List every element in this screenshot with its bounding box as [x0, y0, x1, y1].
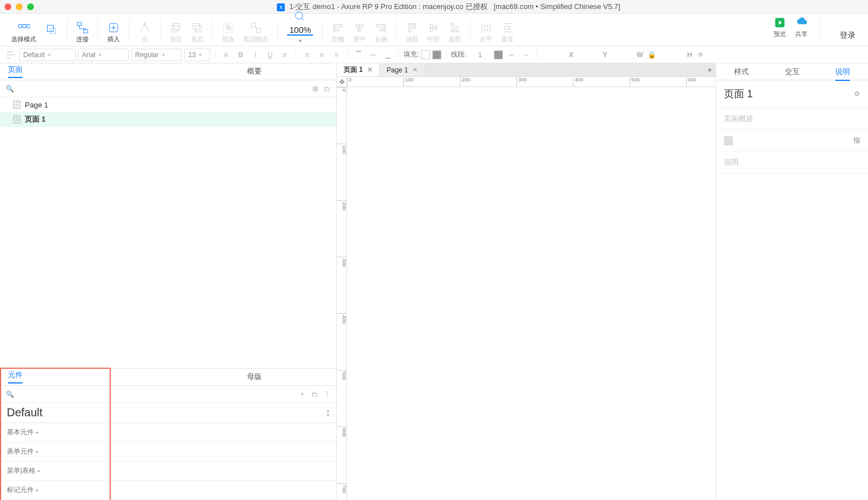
- ruler-tick: 200: [460, 77, 470, 87]
- library-folder-icon[interactable]: 🗀: [311, 390, 318, 398]
- document-tab[interactable]: Page 1✕: [380, 63, 425, 76]
- tab-notes[interactable]: 说明: [817, 63, 868, 80]
- group-button: 组合: [222, 21, 235, 46]
- svg-rect-4: [50, 28, 55, 33]
- align-middle-button: 中部: [427, 21, 440, 46]
- svg-rect-30: [456, 27, 458, 31]
- tab-masters[interactable]: 母版: [172, 369, 337, 385]
- page-overview-input[interactable]: 页面概述: [716, 108, 868, 130]
- ruler-vertical[interactable]: 0100200300400500600700: [337, 87, 347, 500]
- fill-image-swatch[interactable]: [432, 50, 441, 59]
- bullets-icon[interactable]: ≡: [279, 49, 291, 61]
- svg-rect-12: [195, 25, 201, 32]
- tab-interactions[interactable]: 交互: [767, 63, 818, 80]
- expand-icon: ▸: [36, 488, 38, 493]
- svg-rect-15: [228, 27, 231, 31]
- maximize-window-button[interactable]: [27, 3, 34, 10]
- library-menu-icon[interactable]: ⋮: [324, 390, 331, 398]
- size-select[interactable]: 13▾: [184, 49, 210, 61]
- inspector-panel: 样式 交互 说明 页面 1 ⚙ 页面概述 指 说明: [715, 63, 868, 500]
- expand-icon: ▸: [36, 430, 38, 435]
- visibility-icon[interactable]: 👁: [695, 49, 707, 61]
- svg-rect-0: [19, 25, 22, 28]
- search-icon[interactable]: 🔍: [6, 85, 14, 93]
- bring-front-button: 顶层: [170, 21, 182, 46]
- notes-input[interactable]: 说明: [716, 152, 868, 174]
- halign-left-icon[interactable]: ≡: [301, 49, 313, 61]
- page-item[interactable]: 页面 1: [0, 112, 336, 127]
- ruler-tick: 0: [337, 87, 347, 92]
- align-bottom-button: 底部: [449, 21, 461, 46]
- close-window-button[interactable]: [5, 3, 11, 10]
- fill-label: 填充:: [403, 50, 419, 59]
- align-center-button: 居中: [353, 21, 366, 46]
- widgets-panel: 元件 母版 🔍 ＋ 🗀 ⋮ Default ▴▾ 基本元件▸表单元件▸菜单|表格…: [0, 368, 336, 500]
- add-library-icon[interactable]: ＋: [299, 389, 306, 399]
- valign-bottom-icon[interactable]: ▁: [381, 49, 394, 61]
- halign-center-icon[interactable]: ≡: [315, 49, 328, 61]
- ruler-origin[interactable]: ✥: [337, 77, 347, 87]
- ruler-tick: 500: [630, 77, 640, 87]
- connect-button[interactable]: 连接: [76, 21, 89, 46]
- widget-category[interactable]: 标记元件▸: [0, 481, 336, 500]
- valign-middle-icon[interactable]: ―: [367, 49, 379, 61]
- close-tab-icon[interactable]: ✕: [413, 66, 418, 74]
- canvas[interactable]: [347, 87, 715, 500]
- intersect-mode-button[interactable]: .: [45, 23, 58, 46]
- tab-style[interactable]: 样式: [716, 63, 767, 80]
- add-folder-icon[interactable]: 🗀: [324, 85, 331, 93]
- minimize-window-button[interactable]: [16, 3, 23, 10]
- gear-icon[interactable]: ⚙: [854, 90, 860, 98]
- close-tab-icon[interactable]: ✕: [367, 66, 372, 74]
- weight-select[interactable]: Regular▾: [131, 49, 182, 61]
- style-manager-icon[interactable]: [5, 49, 17, 61]
- svg-rect-5: [77, 23, 81, 26]
- ruler-tick: 100: [337, 144, 347, 154]
- arrow-style-icon[interactable]: ↔: [520, 49, 532, 61]
- italic-icon[interactable]: I: [249, 49, 262, 61]
- svg-rect-6: [84, 30, 88, 33]
- share-button[interactable]: 共享: [795, 16, 808, 41]
- library-select[interactable]: Default ▴▾: [0, 403, 336, 423]
- tab-widgets[interactable]: 元件: [0, 369, 172, 385]
- widget-category[interactable]: 基本元件▸: [0, 423, 336, 442]
- style-select[interactable]: Default▾: [19, 49, 76, 61]
- ruler-horizontal[interactable]: 0100200300400500600700800900100011001200: [347, 77, 715, 87]
- assign-label[interactable]: 指: [853, 136, 860, 145]
- page-icon: [14, 101, 20, 109]
- search-widgets-icon[interactable]: 🔍: [6, 390, 14, 398]
- widget-category[interactable]: 表单元件▸: [0, 442, 336, 462]
- tabs-dropdown-icon[interactable]: ▾: [704, 63, 715, 76]
- assign-color-swatch[interactable]: [724, 136, 733, 145]
- lock-aspect-icon[interactable]: 🔒: [645, 49, 658, 61]
- expand-icon: ▸: [36, 449, 38, 454]
- widget-category[interactable]: 菜单|表格▸: [0, 462, 336, 481]
- fill-color-swatch[interactable]: [421, 50, 430, 59]
- bold-icon[interactable]: B: [235, 49, 247, 61]
- tab-outline[interactable]: 概要: [172, 63, 337, 80]
- login-button[interactable]: 登录: [833, 31, 862, 41]
- font-select[interactable]: Arial▾: [78, 49, 129, 61]
- zoom-control[interactable]: 100%▾: [287, 10, 313, 46]
- page-item[interactable]: Page 1: [0, 97, 336, 112]
- text-color-icon[interactable]: A: [220, 49, 232, 61]
- underline-icon[interactable]: U: [264, 49, 276, 61]
- stroke-style-icon[interactable]: ═: [505, 49, 518, 61]
- valign-top-icon[interactable]: ▔: [352, 49, 364, 61]
- send-back-button: 底层: [191, 21, 203, 46]
- format-bar: Default▾ Arial▾ Regular▾ 13▾ A B I U ≡ ≡…: [0, 46, 868, 63]
- svg-rect-16: [251, 23, 255, 27]
- inspector-tabs: 样式 交互 说明: [716, 63, 868, 80]
- tab-pages[interactable]: 页面: [0, 63, 172, 80]
- select-mode-button[interactable]: 选择模式: [11, 21, 36, 46]
- add-page-icon[interactable]: ⊞: [313, 85, 318, 93]
- stroke-color-swatch[interactable]: [494, 50, 503, 59]
- stroke-width-input[interactable]: 1: [469, 51, 492, 59]
- insert-button[interactable]: 插入: [107, 21, 120, 46]
- halign-right-icon[interactable]: ≡: [330, 49, 342, 61]
- document-tab[interactable]: 页面 1✕: [337, 63, 380, 76]
- ruler-tick: 600: [686, 77, 696, 87]
- svg-rect-31: [485, 25, 488, 30]
- preview-button[interactable]: 预览: [774, 16, 786, 41]
- distribute-h-button: 水平: [480, 21, 492, 46]
